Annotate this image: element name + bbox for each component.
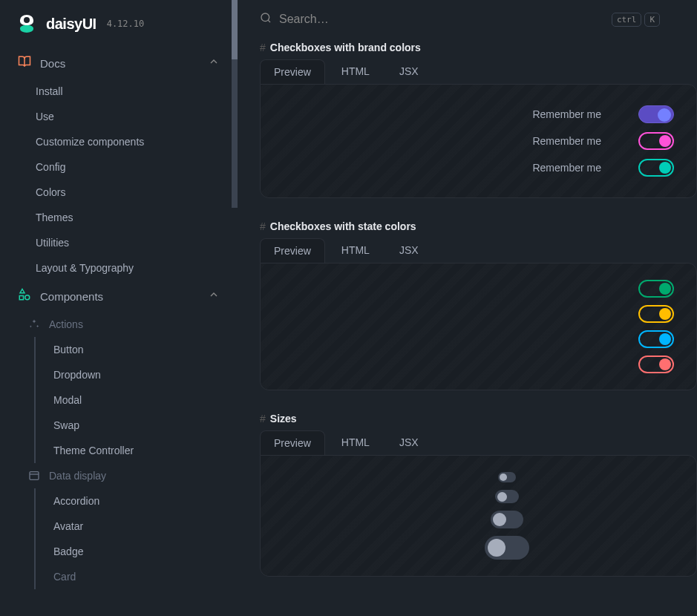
toggle-md[interactable] — [491, 511, 523, 528]
toggle-row-primary: Remember me — [283, 101, 674, 128]
nav-subitem-swap[interactable]: Swap — [0, 413, 238, 438]
toggle-label: Remember me — [532, 162, 601, 174]
brand-name: daisyUI — [46, 16, 96, 33]
toggle-xs[interactable] — [498, 472, 516, 482]
section-title: Checkboxes with state colors — [270, 220, 416, 232]
kbd-ctrl: ctrl — [612, 13, 642, 27]
nav-subitem-badge[interactable]: Badge — [0, 539, 238, 564]
toggle-warning[interactable] — [638, 305, 674, 323]
nav-subsection-actions: Actions — [0, 312, 238, 337]
nav-section-label: Components — [40, 290, 103, 303]
nav-subitem-accordion[interactable]: Accordion — [0, 488, 238, 514]
nav-subitem-modal[interactable]: Modal — [0, 387, 238, 413]
main-content: Search… ctrl K # Checkboxes with brand c… — [238, 0, 697, 616]
tabs: Preview HTML JSX — [260, 430, 697, 455]
chevron-up-icon — [208, 56, 220, 71]
sparkles-icon — [28, 318, 40, 330]
toggle-label: Remember me — [532, 135, 601, 147]
nav-subitem-card[interactable]: Card — [0, 564, 238, 589]
nav-subitem-avatar[interactable]: Avatar — [0, 514, 238, 539]
nav-item-use[interactable]: Use — [0, 104, 238, 129]
toggle-info[interactable] — [638, 330, 674, 348]
toggle-row-accent: Remember me — [283, 154, 674, 181]
window-icon — [28, 470, 40, 482]
nav-subitem-dropdown[interactable]: Dropdown — [0, 362, 238, 387]
nav-subsection-label: Actions — [49, 318, 83, 330]
brand-version: 4.12.10 — [107, 19, 145, 29]
toggle-secondary[interactable] — [638, 132, 674, 150]
hash-icon: # — [260, 42, 266, 53]
tab-preview[interactable]: Preview — [260, 59, 325, 84]
nav-subitem-theme-controller[interactable]: Theme Controller — [0, 438, 238, 463]
preview-panel — [260, 263, 697, 390]
tab-jsx[interactable]: JSX — [386, 59, 432, 84]
toggle-success[interactable] — [638, 280, 674, 298]
toggle-sm[interactable] — [495, 490, 519, 503]
sidebar: daisyUI 4.12.10 Docs Install Use Customi… — [0, 0, 238, 616]
search-button[interactable]: Search… — [260, 12, 329, 27]
shapes-icon — [18, 288, 31, 304]
toggle-error[interactable] — [638, 355, 674, 373]
tab-jsx[interactable]: JSX — [386, 430, 432, 455]
nav-item-config[interactable]: Config — [0, 154, 238, 180]
toggle-lg[interactable] — [485, 536, 529, 560]
nav-item-customize-components[interactable]: Customize components — [0, 129, 238, 154]
nav-item-themes[interactable]: Themes — [0, 205, 238, 230]
nav-subsection-label: Data display — [49, 470, 106, 482]
preview-panel: Remember me Remember me Remember me — [260, 84, 697, 198]
section-title: Sizes — [270, 413, 297, 425]
svg-rect-0 — [30, 472, 39, 480]
tab-html[interactable]: HTML — [328, 430, 383, 455]
tabs: Preview HTML JSX — [260, 238, 697, 263]
hash-icon: # — [260, 220, 266, 232]
toggle-label: Remember me — [532, 108, 601, 120]
nav-item-utilities[interactable]: Utilities — [0, 230, 238, 255]
section-title: Checkboxes with brand colors — [270, 42, 421, 53]
svg-line-3 — [268, 20, 270, 22]
nav-section-components[interactable]: Components — [0, 281, 238, 312]
nav-item-colors[interactable]: Colors — [0, 180, 238, 205]
tab-html[interactable]: HTML — [328, 59, 383, 84]
search-placeholder: Search… — [279, 13, 329, 26]
section-sizes: # Sizes Preview HTML JSX — [260, 413, 697, 577]
nav-subitem-button[interactable]: Button — [0, 337, 238, 362]
nav-section-docs[interactable]: Docs — [0, 47, 238, 79]
brand[interactable]: daisyUI 4.12.10 — [0, 7, 238, 47]
topbar: Search… ctrl K — [260, 7, 697, 42]
svg-point-2 — [261, 13, 269, 22]
nav-item-layout-typography[interactable]: Layout & Typography — [0, 255, 238, 281]
search-icon — [260, 12, 272, 27]
nav-subsection-data-display: Data display — [0, 463, 238, 488]
tab-html[interactable]: HTML — [328, 238, 383, 263]
nav-section-label: Docs — [40, 57, 65, 70]
section-state-colors: # Checkboxes with state colors Preview H… — [260, 220, 697, 390]
hash-icon: # — [260, 413, 266, 425]
preview-panel — [260, 455, 697, 577]
toggle-primary[interactable] — [638, 105, 674, 123]
section-brand-colors: # Checkboxes with brand colors Preview H… — [260, 42, 697, 198]
tab-preview[interactable]: Preview — [260, 238, 325, 263]
scrollbar-thumb[interactable] — [232, 0, 238, 59]
toggle-row-secondary: Remember me — [283, 128, 674, 154]
kbd-k: K — [644, 13, 660, 27]
tab-preview[interactable]: Preview — [260, 430, 325, 455]
tab-jsx[interactable]: JSX — [386, 238, 432, 263]
book-icon — [18, 55, 31, 71]
chevron-up-icon — [208, 289, 220, 304]
search-shortcut: ctrl K — [612, 13, 682, 27]
nav-item-install[interactable]: Install — [0, 79, 238, 104]
tabs: Preview HTML JSX — [260, 59, 697, 84]
brand-logo-icon — [18, 15, 36, 33]
toggle-accent[interactable] — [638, 159, 674, 177]
